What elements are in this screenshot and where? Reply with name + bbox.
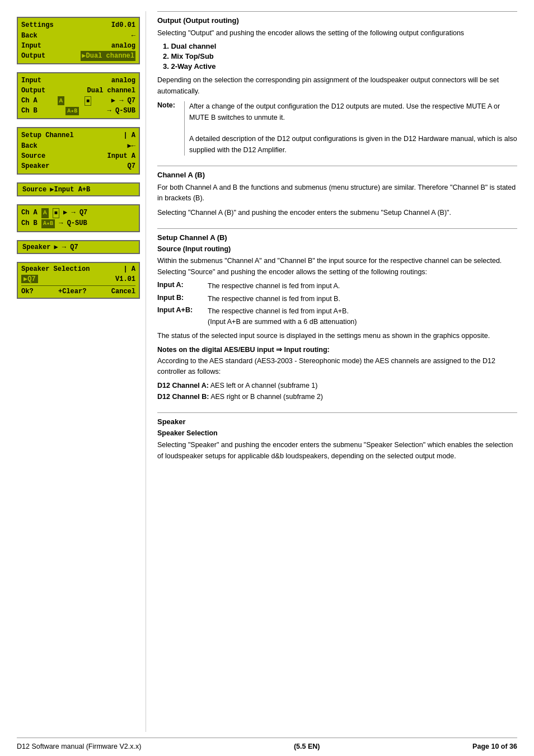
def-term-a: Input A: [157,281,208,292]
setup-channel-box: Setup Channel | A Back ▶← Source Input A… [17,127,140,175]
main-content: Settings Id0.01 Back ← Input analog Outp… [17,11,517,732]
cd1-cha-dot: ■ [85,96,91,106]
speaker-arrow-label: Speaker [22,243,50,251]
output-item-3: 3. 2-Way Active [163,62,517,71]
speaker-body: Selecting "Speaker" and pushing the enco… [157,440,517,462]
def-desc-b: The respective channel is fed from input… [208,294,517,304]
channel-ab-title: Channel A (B) [157,171,517,179]
sc-back-value: ▶← [128,141,135,151]
input-value: analog [111,41,135,51]
output-routing-title: Output (Output routing) [157,16,517,25]
output-value: ▶Dual channel [81,51,135,61]
speaker-sel-title: Speaker Selection [21,265,90,273]
footer-title: D12 Software manual [17,743,84,750]
cd2-cha-dot: ■ [53,208,59,218]
cd2-cha-arrow: ▶ → Q7 [63,209,87,217]
back-value: ← [132,31,135,41]
output-label: Output [21,51,45,61]
def-input-b: Input B: The respective channel is fed f… [157,294,517,304]
speaker-sel-q7: ▶Q7 [21,275,38,283]
cd1-input-label: Input [21,76,41,86]
section-setup-channel: Setup Channel A (B) Source (Input routin… [157,228,517,462]
setup-channel-title: Setup Channel [21,130,74,140]
speaker-selection-subtitle: Speaker Selection [157,429,517,437]
output-routing-body: Selecting "Output" and pushing the encod… [157,28,517,39]
output-routing-after: Depending on the selection the correspon… [157,75,517,97]
back-label: Back [21,31,38,41]
sc-speaker-label: Speaker [21,161,49,171]
setup-channel-id: | A [123,130,135,140]
d12-channels: D12 Channel A: AES left or A channel (su… [157,381,517,402]
channel-ab-body1: For both Channel A and B the functions a… [157,182,517,204]
def-input-ab: Input A+B: The respective channel is fed… [157,306,517,327]
def-term-ab: Input A+B: [157,306,208,327]
cd2-chb-label: Ch B [21,219,41,227]
ch-diagram-2: Ch A A ■ ▶ → Q7 Ch B A★B → Q-SUB [17,204,140,232]
sc-speaker-value: Q7 [128,161,135,171]
cd1-output-label: Output [21,86,45,96]
divider-speaker [157,412,517,413]
cd2-chb-arrow: → Q-SUB [59,219,87,227]
speaker-arrow-value: ▶ → Q7 [54,243,78,251]
def-input-a: Input A: The respective channel is fed f… [157,281,517,292]
section-speaker: Speaker Speaker Selection Selecting "Spe… [157,412,517,462]
speaker-sel-id: | A [123,265,135,273]
footer-firmware-val: Firmware V2.x.x [88,743,139,750]
footer-right: Page 10 of 36 [472,743,517,750]
cd1-cha-label: Ch A [21,96,38,106]
sc-source-value: Input A [107,151,135,161]
aes-notes-bold: Notes on the digital AES/EBU input ⇒ Inp… [157,345,517,377]
speaker-selection-box: Speaker Selection | A ▶Q7 V1.01 Ok? +Cle… [17,262,140,299]
divider-setup-channel [157,228,517,229]
sc-back-label: Back [21,141,38,151]
source-body1: Within the submenus "Channel A" and "Cha… [157,256,517,278]
footer-center: (5.5 EN) [294,743,320,750]
settings-box: Settings Id0.01 Back ← Input analog Outp… [17,17,140,64]
def-desc-ab: The respective channel is fed from input… [208,306,517,327]
section-output-routing: Output (Output routing) Selecting "Outpu… [157,11,517,156]
settings-title: Settings [21,20,54,30]
section-channel-ab: Channel A (B) For both Channel A and B t… [157,166,517,218]
section-source: Source (Input routing) Within the submen… [157,245,517,402]
sc-source-label: Source [21,151,45,161]
divider-output [157,11,517,12]
note-content-output: After a change of the output configurati… [184,101,517,156]
speaker-sel-ok[interactable]: Ok? [21,288,34,295]
speaker-title: Speaker [157,417,517,426]
left-column: Settings Id0.01 Back ← Input analog Outp… [17,11,146,732]
cd1-chb-badge: A★B [65,107,79,115]
source-body3: The status of the selected input source … [157,331,517,341]
speaker-arrow-box: Speaker ▶ → Q7 [17,240,140,254]
footer-left: D12 Software manual (Firmware V2.x.x) [17,743,141,750]
input-definitions: Input A: The respective channel is fed f… [157,281,517,327]
cd2-cha-badge: A [41,208,49,218]
cd2-cha-label: Ch A [21,209,41,217]
note-box-output: Note: After a change of the output confi… [157,101,517,156]
cd1-cha-badge: A [58,96,65,106]
cd1-cha-arrow: ▶ → Q7 [111,96,135,106]
input-label: Input [21,41,41,51]
cd1-output-value: Dual channel [87,86,135,96]
setup-channel-title-right: Setup Channel A (B) [157,233,517,242]
settings-id: Id0.01 [111,20,135,30]
cd2-chb-badge: A★B [41,219,55,228]
channel-diagram-1: Input analog Output Dual channel Ch A A … [17,72,140,119]
channel-ab-body2: Selecting "Channel A (B)" and pushing th… [157,208,517,218]
page: Settings Id0.01 Back ← Input analog Outp… [0,0,534,756]
source-inline-box: Source ▶Input A+B [17,182,140,196]
source-label: Source [22,186,46,194]
divider-channel-ab [157,166,517,166]
source-subtitle: Source (Input routing) [157,245,517,253]
right-column: Output (Output routing) Selecting "Outpu… [146,11,517,732]
speaker-sel-cancel[interactable]: Cancel [111,288,135,295]
def-term-b: Input B: [157,294,208,304]
speaker-sel-version: V1.01 [115,275,135,283]
footer: D12 Software manual (Firmware V2.x.x) (5… [17,738,517,750]
note-label-output: Note: [157,101,184,156]
source-value: ▶Input A+B [50,185,90,194]
output-item-2: 2. Mix Top/Sub [163,52,517,60]
speaker-sel-clear[interactable]: +Clear? [58,288,86,295]
cd1-chb-label: Ch B [21,106,38,116]
footer-firmware-close: ) [139,743,141,750]
def-desc-a: The respective channel is fed from input… [208,281,517,292]
